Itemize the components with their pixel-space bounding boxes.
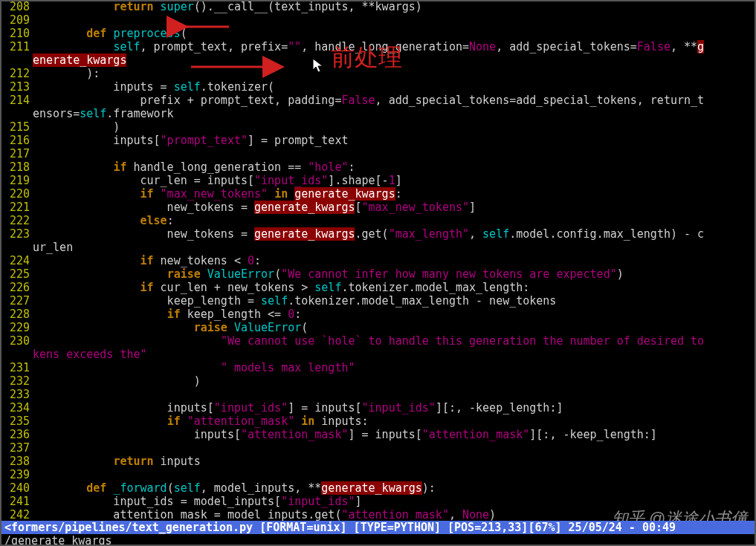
code-content[interactable]: ):: [33, 67, 756, 80]
token-id: [268, 187, 274, 201]
code-line[interactable]: 208 return super().__call__(text_inputs,…: [0, 0, 756, 13]
code-content[interactable]: ): [33, 374, 756, 388]
line-number: 234: [0, 401, 33, 415]
code-content[interactable]: return super().__call__(text_inputs, **k…: [33, 0, 756, 13]
code-line[interactable]: 222 else:: [0, 214, 756, 227]
code-line[interactable]: 209: [0, 13, 756, 27]
code-line[interactable]: 237: [0, 441, 756, 455]
code-line[interactable]: 220 if "max_new_tokens" in generate_kwar…: [0, 187, 756, 201]
code-content[interactable]: def _forward(self, model_inputs, **gener…: [33, 481, 756, 495]
code-content[interactable]: enerate_kwargs: [33, 53, 756, 67]
code-content[interactable]: [33, 441, 756, 455]
code-content[interactable]: if new_tokens < 0:: [33, 254, 756, 267]
code-content[interactable]: inputs["prompt_text"] = prompt_text: [33, 134, 756, 147]
code-line[interactable]: 241 input_ids = model_inputs["input_ids"…: [0, 495, 756, 508]
code-content[interactable]: [33, 147, 756, 160]
code-content[interactable]: if "attention_mask" in inputs:: [33, 415, 756, 428]
token-id: [33, 214, 140, 227]
token-str: "prompt_text": [161, 134, 248, 147]
code-content[interactable]: inputs["input_ids"] = inputs["input_ids"…: [33, 401, 756, 415]
line-number: 240: [0, 481, 33, 495]
code-line[interactable]: 219 cur_len = inputs["input_ids"].shape[…: [0, 174, 756, 187]
vim-command-line[interactable]: /generate_kwargs: [1, 534, 755, 546]
code-line[interactable]: 225 raise ValueError("We cannot infer ho…: [0, 267, 756, 281]
line-number: 218: [0, 160, 33, 174]
token-id: new_tokens =: [33, 227, 254, 241]
code-line[interactable]: 230 "We cannot use `hole` to handle this…: [0, 334, 756, 348]
code-content[interactable]: kens exceeds the": [33, 348, 756, 361]
code-content[interactable]: keep_length = self.tokenizer.model_max_l…: [33, 294, 756, 308]
code-line[interactable]: 239: [0, 468, 756, 481]
code-content[interactable]: if "max_new_tokens" in generate_kwargs:: [33, 187, 756, 201]
code-content[interactable]: [33, 468, 756, 481]
token-punc: .framework: [106, 107, 173, 120]
line-number: [0, 348, 33, 361]
code-line[interactable]: 210 def preprocess(: [0, 27, 756, 40]
line-number: 236: [0, 428, 33, 441]
code-line[interactable]: 231 " models max length": [0, 361, 756, 374]
code-content[interactable]: [33, 388, 756, 401]
code-content[interactable]: self, prompt_text, prefix="", handle_lon…: [33, 40, 756, 53]
code-content[interactable]: ): [33, 120, 756, 134]
code-content[interactable]: [33, 13, 756, 27]
code-content[interactable]: if keep_length <= 0:: [33, 308, 756, 321]
code-line[interactable]: 215 ): [0, 120, 756, 134]
code-line[interactable]: 242 attention_mask = model_inputs.get("a…: [0, 508, 756, 521]
code-line[interactable]: 212 ):: [0, 67, 756, 80]
code-line[interactable]: 236 inputs["attention_mask"] = inputs["a…: [0, 428, 756, 441]
code-line[interactable]: kens exceeds the": [0, 348, 756, 361]
vim-statusbar: <formers/pipelines/text_generation.py [F…: [1, 521, 755, 534]
code-content[interactable]: "We cannot use `hole` to handle this gen…: [33, 334, 756, 348]
token-kw: if: [140, 254, 154, 267]
code-content[interactable]: return inputs: [33, 455, 756, 468]
code-line[interactable]: ensors=self.framework: [0, 107, 756, 120]
code-line[interactable]: 221 new_tokens = generate_kwargs["max_ne…: [0, 201, 756, 214]
code-content[interactable]: ur_len: [33, 241, 756, 254]
code-line[interactable]: 223 new_tokens = generate_kwargs.get("ma…: [0, 227, 756, 241]
code-line[interactable]: 238 return inputs: [0, 455, 756, 468]
code-content[interactable]: input_ids = model_inputs["input_ids"]: [33, 495, 756, 508]
code-content[interactable]: new_tokens = generate_kwargs.get("max_le…: [33, 227, 756, 241]
code-line[interactable]: 235 if "attention_mask" in inputs:: [0, 415, 756, 428]
code-line[interactable]: 227 keep_length = self.tokenizer.model_m…: [0, 294, 756, 308]
code-content[interactable]: new_tokens = generate_kwargs["max_new_to…: [33, 201, 756, 214]
code-line[interactable]: 217: [0, 147, 756, 160]
code-line[interactable]: 211 self, prompt_text, prefix="", handle…: [0, 40, 756, 53]
code-content[interactable]: raise ValueError(: [33, 321, 756, 334]
code-line[interactable]: 213 inputs = self.tokenizer(: [0, 80, 756, 94]
code-content[interactable]: raise ValueError("We cannot infer how ma…: [33, 267, 756, 281]
code-line[interactable]: enerate_kwargs: [0, 53, 756, 67]
code-line[interactable]: 234 inputs["input_ids"] = inputs["input_…: [0, 401, 756, 415]
code-content[interactable]: ensors=self.framework: [33, 107, 756, 120]
code-line[interactable]: 228 if keep_length <= 0:: [0, 308, 756, 321]
code-line[interactable]: 216 inputs["prompt_text"] = prompt_text: [0, 134, 756, 147]
code-line[interactable]: 229 raise ValueError(: [0, 321, 756, 334]
code-content[interactable]: attention_mask = model_inputs.get("atten…: [33, 508, 756, 521]
code-line[interactable]: 224 if new_tokens < 0:: [0, 254, 756, 267]
code-line[interactable]: 233: [0, 388, 756, 401]
code-content[interactable]: if handle_long_generation == "hole":: [33, 160, 756, 174]
token-kw: return: [113, 0, 153, 13]
code-line[interactable]: 240 def _forward(self, model_inputs, **g…: [0, 481, 756, 495]
search-highlight: generate_kwargs: [254, 227, 355, 241]
token-id: inputs[: [33, 134, 161, 147]
code-content[interactable]: " models max length": [33, 361, 756, 374]
code-line[interactable]: ur_len: [0, 241, 756, 254]
token-kw: return: [113, 455, 153, 468]
code-content[interactable]: if cur_len + new_tokens > self.tokenizer…: [33, 281, 756, 294]
code-content[interactable]: def preprocess(: [33, 27, 756, 40]
code-content[interactable]: else:: [33, 214, 756, 227]
code-line[interactable]: 232 ): [0, 374, 756, 388]
token-punc: ].shape[-: [328, 174, 388, 187]
token-id: [33, 361, 221, 374]
code-content[interactable]: prefix + prompt_text, padding=False, add…: [33, 94, 756, 107]
code-line[interactable]: 214 prefix + prompt_text, padding=False,…: [0, 94, 756, 107]
code-content[interactable]: cur_len = inputs["input_ids"].shape[-1]: [33, 174, 756, 187]
code-content[interactable]: inputs = self.tokenizer(: [33, 80, 756, 94]
code-editor[interactable]: 208 return super().__call__(text_inputs,…: [0, 0, 756, 546]
code-line[interactable]: 226 if cur_len + new_tokens > self.token…: [0, 281, 756, 294]
token-punc: :: [294, 308, 301, 321]
code-content[interactable]: inputs["attention_mask"] = inputs["atten…: [33, 428, 756, 441]
code-line[interactable]: 218 if handle_long_generation == "hole":: [0, 160, 756, 174]
line-number: 232: [0, 374, 33, 388]
